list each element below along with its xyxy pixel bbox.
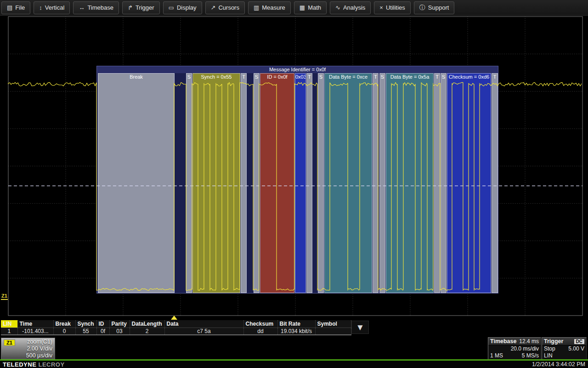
menu-vertical[interactable]: ↕Vertical [34, 1, 70, 14]
decode-field-t: T [373, 73, 379, 293]
decode-field-s: S [318, 73, 324, 293]
menu-vertical-label: Vertical [45, 4, 65, 11]
z1-time-div: 500 µs/div [4, 352, 52, 359]
menu-timebase[interactable]: ↔Timebase [73, 1, 119, 14]
menu-support[interactable]: ⓘSupport [414, 1, 455, 14]
z1-volts-div: 2.00 V/div [4, 345, 52, 352]
decode-table-row[interactable]: 1 -101.403... 0 55 0f 03 2 c7 5a dd 19.0… [1, 328, 351, 335]
table-header-datalength: DataLength [130, 320, 164, 328]
decode-field-data: Data Byte = 0xce [324, 73, 372, 293]
decode-field-label: S [254, 74, 259, 80]
menu-bar: ▤File ↕Vertical ↔Timebase ↱Trigger ▭Disp… [0, 0, 588, 16]
cursor-arrow-icon: ↗ [211, 4, 216, 11]
decode-field-data: Data Byte = 0x5a [386, 73, 434, 293]
decode-field-label: ID = 0x0f [260, 74, 294, 80]
menu-analysis[interactable]: ∿Analysis [330, 1, 371, 14]
menu-file-label: File [15, 4, 25, 11]
decode-field-parity: 0x03 [295, 73, 306, 293]
decode-field-t: T [434, 73, 440, 293]
table-header-synch: Synch [75, 320, 96, 328]
menu-analysis-label: Analysis [343, 4, 365, 11]
datetime: 1/2/2014 3:44:02 PM [532, 361, 585, 368]
menu-trigger[interactable]: ↱Trigger [122, 1, 160, 14]
decode-field-label: Checksum = 0xd6 [447, 74, 491, 80]
cell-symbol [315, 328, 351, 335]
brand-teledyne: TELEDYNE [3, 361, 36, 368]
z1-trace-descriptor[interactable]: Z1 zoom(C1) 2.00 V/div 500 µs/div [1, 338, 55, 359]
decode-field-label: Synch = 0x55 [193, 74, 240, 80]
table-header-symbol: Symbol [315, 320, 351, 328]
decode-field-label: S [380, 74, 385, 80]
decode-field-checksum: Checksum = 0xd6 [447, 73, 491, 293]
decode-table-header-row: LIN Time Break Synch ID Parity DataLengt… [1, 320, 351, 328]
trigger-descriptor[interactable]: Trigger DC Stop 5.00 V LIN [542, 337, 587, 360]
table-header-lin: LIN [1, 320, 17, 328]
menu-cursors[interactable]: ↗Cursors [205, 1, 245, 14]
trigger-level: 5.00 V [568, 345, 584, 352]
trigger-title: Trigger [544, 338, 563, 345]
table-header-break: Break [53, 320, 75, 328]
decode-field-label: T [492, 74, 498, 80]
menu-math[interactable]: ▦Math [294, 1, 327, 14]
timebase-samples: 1 MS [490, 352, 503, 359]
decode-field-label: S [441, 74, 446, 80]
horizontal-arrows-icon: ↔ [79, 4, 85, 11]
menu-measure[interactable]: ▥Measure [248, 1, 291, 14]
decode-field-label: T [373, 74, 378, 80]
table-header-data: Data [164, 320, 243, 328]
cell-index: 1 [1, 328, 17, 335]
trigger-edge-icon: ↱ [128, 4, 133, 11]
trigger-position-marker[interactable] [171, 316, 177, 320]
decode-field-s: S [186, 73, 192, 293]
menu-display-label: Display [177, 4, 197, 11]
decode-field-s: S [379, 73, 385, 293]
menu-support-label: Support [428, 4, 449, 11]
cell-synch: 55 [75, 328, 96, 335]
waveform-chart-icon: ∿ [335, 4, 340, 11]
vertical-arrows-icon: ↕ [39, 4, 42, 11]
timebase-descriptor[interactable]: Timebase 12.4 ms 20.0 ms/div 1 MS 5 MS/s [488, 337, 541, 360]
decode-field-label: Data Byte = 0xce [325, 74, 372, 80]
cell-checksum: dd [243, 328, 277, 335]
cell-datalength: 2 [130, 328, 164, 335]
decode-field-label: S [187, 74, 192, 80]
table-header-id: ID [96, 320, 109, 328]
lin-decode-overlay: Message Identifier = 0x0f BreakSSynch = … [96, 66, 498, 293]
menu-display[interactable]: ▭Display [163, 1, 202, 14]
table-dropdown-button[interactable]: ▼ [351, 321, 369, 334]
decode-field-id: ID = 0x0f [260, 73, 294, 293]
decode-field-label: T [241, 74, 246, 80]
decode-field-label: T [435, 74, 440, 80]
z1-zoom-level-marker[interactable]: Z1 [1, 293, 8, 300]
menu-trigger-label: Trigger [136, 4, 154, 11]
file-icon: ▤ [7, 4, 12, 11]
menu-utilities[interactable]: ×Utilities [374, 1, 411, 14]
trigger-coupling-badge: DC [574, 339, 584, 344]
measure-icon: ▥ [254, 4, 259, 11]
menu-cursors-label: Cursors [218, 4, 239, 11]
brand-lecroy: LECROY [38, 361, 64, 368]
cell-time: -101.403... [17, 328, 53, 335]
decode-field-label: S [318, 74, 323, 80]
monitor-icon: ▭ [169, 4, 174, 11]
menu-measure-label: Measure [262, 4, 285, 11]
table-header-time: Time [17, 320, 53, 328]
decode-field-t: T [306, 73, 312, 293]
menu-timebase-label: Timebase [87, 4, 113, 11]
menu-file[interactable]: ▤File [1, 1, 30, 14]
timebase-title: Timebase [490, 338, 516, 345]
status-bar: TELEDYNE LECROY 1/2/2014 3:44:02 PM [0, 361, 588, 368]
menu-math-label: Math [308, 4, 321, 11]
info-icon: ⓘ [419, 4, 425, 12]
cell-bitrate: 19.034 kbit/s [277, 328, 315, 335]
z1-badge: Z1 [4, 339, 15, 346]
calculator-icon: ▦ [300, 4, 305, 11]
table-header-bitrate: Bit Rate [277, 320, 315, 328]
table-header-parity: Parity [109, 320, 130, 328]
trigger-type: LIN [544, 352, 553, 359]
decode-field-t: T [492, 73, 498, 293]
decode-field-s: S [441, 73, 447, 293]
cell-data: c7 5a [164, 328, 243, 335]
decode-field-break: Break [98, 73, 175, 293]
timebase-offset: 12.4 ms [519, 338, 539, 345]
